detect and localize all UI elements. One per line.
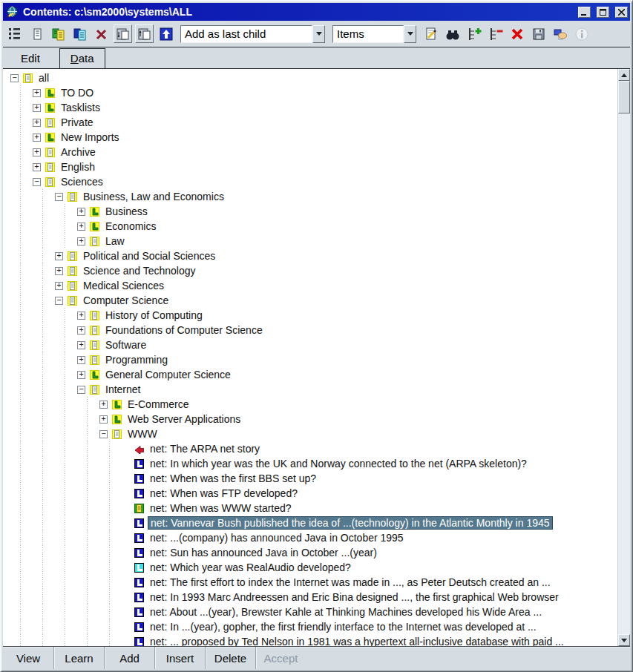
tree-item[interactable]: +E-Commerce xyxy=(3,397,617,412)
cut-delete-icon[interactable] xyxy=(92,24,111,43)
tree-item[interactable]: −Internet xyxy=(3,382,617,397)
view-button[interactable]: View xyxy=(3,647,53,669)
close-button[interactable] xyxy=(615,7,628,18)
tree-item-label[interactable]: E-Commerce xyxy=(125,398,191,411)
expand-toggle-icon[interactable]: + xyxy=(33,89,41,97)
collapse-branch-icon[interactable] xyxy=(486,24,505,43)
tree-item[interactable]: +Software xyxy=(3,337,617,352)
save-icon[interactable] xyxy=(529,24,548,43)
tree-item[interactable]: net: Which year was RealAudio developed? xyxy=(3,560,617,575)
memo-icon[interactable] xyxy=(27,24,46,43)
tree-item-label[interactable]: net: When was WWW started? xyxy=(148,501,294,515)
tree-item-label[interactable]: Economics xyxy=(103,220,158,233)
tree-item-label[interactable]: History of Computing xyxy=(103,309,205,322)
tree-item[interactable]: +Foundations of Computer Science xyxy=(3,323,617,337)
tree-item[interactable]: +Web Server Applications xyxy=(3,412,617,426)
expand-toggle-icon[interactable]: + xyxy=(33,119,41,127)
outline-structure-icon[interactable] xyxy=(6,24,24,43)
tree-item-label[interactable]: net: Sun has announced Java in October .… xyxy=(148,546,379,559)
paste-as-sibling-icon[interactable] xyxy=(135,24,154,43)
tree-item[interactable]: +Private xyxy=(3,115,617,130)
tree-item[interactable]: −WWW xyxy=(3,426,617,441)
tree-item[interactable]: +Archive xyxy=(3,145,617,159)
tree-item-label[interactable]: General Computer Science xyxy=(103,368,233,381)
tree-item[interactable]: +Law xyxy=(3,234,617,248)
hoist-icon[interactable] xyxy=(157,24,175,43)
info-icon[interactable] xyxy=(572,24,591,43)
scrollbar-track[interactable] xyxy=(618,113,630,634)
tree-item[interactable]: +New Imports xyxy=(3,130,617,145)
app-icon[interactable] xyxy=(6,6,19,19)
tree-item[interactable]: +History of Computing xyxy=(3,308,617,323)
tree-item-label[interactable]: English xyxy=(59,160,97,174)
minimize-button[interactable] xyxy=(578,7,591,18)
expand-toggle-icon[interactable]: + xyxy=(99,401,108,409)
expand-toggle-icon[interactable]: + xyxy=(77,326,85,335)
tree-item[interactable]: +Science and Technology xyxy=(3,263,617,278)
tree-item-label[interactable]: Internet xyxy=(103,383,142,396)
collapse-toggle-icon[interactable]: − xyxy=(77,386,85,394)
tree-item[interactable]: +TO DO xyxy=(3,85,617,100)
tree-item[interactable]: net: Vannevar Bush published the idea of… xyxy=(3,515,617,530)
tree-item-label[interactable]: Computer Science xyxy=(81,294,171,307)
tree-item-label[interactable]: net: When was the first BBS set up? xyxy=(148,472,318,485)
edit-plan-icon[interactable] xyxy=(422,24,440,43)
paste-as-child-icon[interactable] xyxy=(114,24,132,43)
collapse-toggle-icon[interactable]: − xyxy=(55,297,63,305)
expand-toggle-icon[interactable]: + xyxy=(77,312,85,320)
tree-item-label[interactable]: net: In 1993 Marc Andreessen and Eric Bi… xyxy=(148,590,561,604)
tree-item-label[interactable]: Software xyxy=(103,338,148,352)
collapse-toggle-icon[interactable]: − xyxy=(55,193,63,201)
collapse-toggle-icon[interactable]: − xyxy=(99,430,108,438)
tree-item-label[interactable]: New Imports xyxy=(59,131,122,144)
tree-item-label-selected[interactable]: net: Vannevar Bush published the idea of… xyxy=(148,516,553,530)
tree-item[interactable]: net: In ...(year), gopher, the first fri… xyxy=(3,619,617,634)
scroll-up-button[interactable] xyxy=(618,69,630,81)
tree-item-label[interactable]: Science and Technology xyxy=(81,264,198,277)
delete-button[interactable]: Delete xyxy=(205,647,255,669)
tree-item[interactable]: +Medical Sciences xyxy=(3,278,617,293)
tree-item-label[interactable]: Law xyxy=(103,234,127,248)
tree-item[interactable]: +Economics xyxy=(3,219,617,234)
tree-item[interactable]: −Computer Science xyxy=(3,293,617,308)
tree-item[interactable]: net: ... proposed by Ted Nelson in 1981 … xyxy=(3,634,617,646)
tree-item-label[interactable]: TO DO xyxy=(59,86,96,99)
tree-item-label[interactable]: Business, Law and Economics xyxy=(81,190,226,203)
search-binoculars-icon[interactable] xyxy=(443,24,462,43)
tree-item-label[interactable]: net: In which year was the UK and Norway… xyxy=(148,457,529,470)
tree-item[interactable]: +Programming xyxy=(3,352,617,367)
learn-button[interactable]: Learn xyxy=(53,647,104,669)
tree-item-label[interactable]: net: ... proposed by Ted Nelson in 1981 … xyxy=(148,635,566,646)
tree-item-label[interactable]: all xyxy=(36,71,51,85)
tree-item-label[interactable]: Political and Social Sciences xyxy=(81,249,217,263)
expand-toggle-icon[interactable]: + xyxy=(33,163,41,171)
collapse-toggle-icon[interactable]: − xyxy=(10,74,19,82)
tree-item[interactable]: −Sciences xyxy=(3,174,617,189)
tree-item[interactable]: net: About ...(year), Brewster Kahle at … xyxy=(3,605,617,619)
tree-item-label[interactable]: net: The ARPA net story xyxy=(148,442,262,455)
maximize-button[interactable] xyxy=(597,7,609,18)
tree-item[interactable]: net: The first effort to index the Inter… xyxy=(3,575,617,590)
tree-item-label[interactable]: net: The first effort to index the Inter… xyxy=(148,576,553,589)
tree-item[interactable]: net: In 1993 Marc Andreessen and Eric Bi… xyxy=(3,590,617,605)
tree-item[interactable]: net: ...(company) has announced Java in … xyxy=(3,530,617,545)
tree-item-label[interactable]: Web Server Applications xyxy=(125,412,243,426)
add-mode-dropdown-button[interactable] xyxy=(312,25,325,43)
copy-branch-icon[interactable] xyxy=(70,24,89,43)
expand-toggle-icon[interactable]: + xyxy=(77,237,85,246)
tab-edit[interactable]: Edit xyxy=(13,49,47,68)
element-type-combobox[interactable]: Items xyxy=(332,25,416,43)
element-type-dropdown-button[interactable] xyxy=(404,25,416,43)
add-button[interactable]: Add xyxy=(104,647,154,669)
expand-toggle-icon[interactable]: + xyxy=(99,415,108,424)
tree-item-label[interactable]: Private xyxy=(59,116,96,129)
expand-toggle-icon[interactable]: + xyxy=(33,104,41,112)
element-type-value[interactable]: Items xyxy=(332,25,404,43)
expand-toggle-icon[interactable]: + xyxy=(55,267,63,275)
expand-toggle-icon[interactable]: + xyxy=(77,356,85,364)
delete-branch-icon[interactable] xyxy=(508,24,526,43)
tree-item[interactable]: −all xyxy=(3,70,617,85)
tree-item[interactable]: net: When was FTP developed? xyxy=(3,486,617,501)
tree-item[interactable]: net: When was WWW started? xyxy=(3,501,617,515)
accept-button[interactable]: Accept xyxy=(255,647,306,669)
